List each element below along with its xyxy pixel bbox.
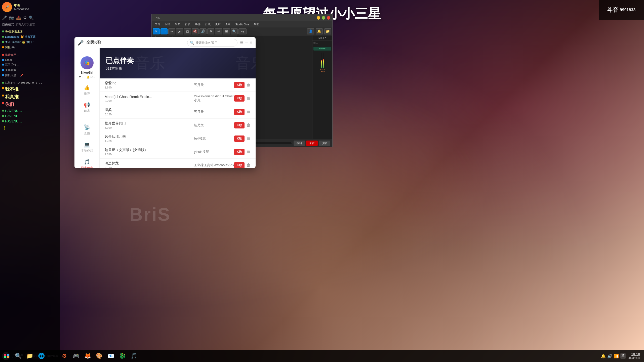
table-row[interactable]: Mood(Lil Ghost RemixExplic... 2.29M 24kG…	[100, 92, 256, 105]
transport-record-btn[interactable]: 录音	[306, 141, 318, 146]
sidebar-item-live[interactable]: 📡 直播	[74, 122, 99, 138]
settings-icon[interactable]: ⚙	[23, 15, 27, 20]
tool-zoom[interactable]: 🔍	[231, 28, 238, 34]
tool-iq[interactable]: IQ	[238, 28, 247, 34]
share-icon[interactable]: 📤	[16, 15, 21, 20]
tool-move[interactable]: ✥	[207, 28, 214, 34]
sidebar-item-activity[interactable]: 📢 动态	[74, 99, 99, 116]
tool-listen[interactable]: 🔊	[199, 28, 207, 34]
delete-button-1[interactable]: 🗑	[247, 83, 251, 87]
search-input[interactable]	[196, 41, 235, 44]
daw-window-controls[interactable]	[317, 16, 330, 20]
k-button-7[interactable]: K歌	[234, 162, 245, 168]
taskbar-mail[interactable]: 📧	[105, 350, 116, 361]
tool-select[interactable]: ▭	[160, 28, 168, 34]
menu-audio[interactable]: 音频	[203, 22, 213, 27]
menu-icon[interactable]: ☰	[240, 40, 244, 45]
transport-buttons[interactable]: 编辑 录音 演唱	[294, 141, 330, 146]
menu-file[interactable]: 文件	[153, 22, 162, 27]
minimize-button[interactable]	[317, 16, 320, 20]
table-row[interactable]: 恋爱ing 1.99M 五月天 K歌 🗑	[100, 78, 256, 92]
delete-button-6[interactable]: 🗑	[247, 150, 251, 154]
menu-song[interactable]: 乐曲	[173, 22, 182, 27]
taskbar-search[interactable]: 🔍	[13, 350, 24, 361]
song-actions-6[interactable]: K歌 🗑	[234, 149, 251, 155]
tool-user[interactable]: 👤	[307, 28, 314, 34]
taskbar-settings-app[interactable]: ⚙	[59, 350, 70, 361]
karaoke-window-controls[interactable]: ☰ ─ ✕	[240, 40, 253, 45]
chat-filter[interactable]: 自由模式 所有人可以发言	[0, 21, 60, 28]
table-row[interactable]: 海边探戈 2.17M 王鹤棣王兆铭WatchMeVPS K歌 🗑	[100, 159, 256, 168]
transport-edit-btn[interactable]: 编辑	[294, 141, 305, 146]
k-button-4[interactable]: K歌	[234, 122, 245, 128]
table-row[interactable]: 如果距（女声版）(女声版) 2.59M yihuik汉慧 K歌 🗑	[100, 145, 256, 159]
volume-icon[interactable]: 🔊	[607, 354, 612, 358]
limiter-plugin[interactable]: Limiter	[313, 47, 331, 51]
menu-help[interactable]: 帮助	[252, 22, 261, 27]
tool-brush[interactable]: 🖌	[176, 28, 183, 34]
menu-view[interactable]: 查看	[223, 22, 233, 27]
song-actions-7[interactable]: K歌 🗑	[234, 162, 251, 168]
k-button-1[interactable]: K歌	[234, 82, 245, 88]
close-icon[interactable]: ✕	[249, 40, 253, 45]
notification-icon[interactable]: 🔔	[601, 354, 606, 358]
minimize-icon[interactable]: ─	[245, 40, 248, 45]
close-button[interactable]	[327, 16, 330, 20]
keyboard-icon[interactable]: 英	[620, 353, 626, 359]
table-row[interactable]: 推开世界的门 3.09M 杨乃文 K歌 🗑	[100, 119, 256, 132]
menu-transport[interactable]: 走带	[213, 22, 223, 27]
table-row[interactable]: 风是从那儿来 1.78M bell铃惠 K歌 🗑	[100, 132, 256, 145]
tool-arrow[interactable]: ↖	[153, 28, 160, 34]
mic-icon[interactable]: 🎤	[2, 15, 7, 20]
sidebar-item-queued[interactable]: 🎵 已点伴奏	[74, 156, 99, 168]
taskbar-explorer[interactable]: 📁	[24, 350, 35, 361]
sidebar-item-local[interactable]: 💻 本地作品	[74, 139, 99, 155]
k-button-3[interactable]: K歌	[234, 109, 245, 115]
taskbar-paint[interactable]: 🎨	[94, 350, 105, 361]
taskbar-clock[interactable]: 18:18 2023/8/30	[628, 352, 640, 359]
search-chat-icon[interactable]: 🔍	[29, 15, 34, 20]
song-actions-4[interactable]: K歌 🗑	[234, 122, 251, 128]
delete-button-7[interactable]: 🗑	[247, 163, 251, 167]
table-row[interactable]: 温柔 3.13M 五月天 K歌 🗑	[100, 105, 256, 119]
delete-button-2[interactable]: 🗑	[247, 96, 251, 101]
taskbar-game2[interactable]: 🐉	[117, 350, 128, 361]
menu-edit[interactable]: 编辑	[163, 22, 172, 27]
system-icons[interactable]: 🔔 🔊 📶 英	[601, 353, 626, 359]
tool-folder[interactable]: 📁	[324, 28, 331, 34]
song-actions-3[interactable]: K歌 🗑	[234, 109, 251, 115]
song-actions-2[interactable]: K歌 🗑	[234, 95, 251, 102]
song-actions-5[interactable]: K歌 🗑	[234, 135, 251, 142]
delete-button-4[interactable]: 🗑	[247, 123, 251, 127]
daw-menubar[interactable]: 文件 编辑 乐曲 音轨 事件 音频 走带 查看 Studio One 帮助	[152, 21, 332, 27]
restore-button[interactable]	[322, 16, 325, 20]
chat-panel-icons[interactable]: 🎤 📷 📤 ⚙ 🔍	[0, 14, 60, 21]
k-button-5[interactable]: K歌	[234, 135, 245, 142]
k-button-2[interactable]: K歌	[234, 95, 245, 102]
taskbar-firefox[interactable]: 🦊	[82, 350, 93, 361]
start-button[interactable]	[1, 350, 12, 361]
tool-mute[interactable]: 🔇	[192, 28, 199, 34]
taskbar-game[interactable]: 🎮	[70, 350, 82, 361]
song-actions-1[interactable]: K歌 🗑	[234, 82, 251, 88]
delete-button-5[interactable]: 🗑	[247, 136, 251, 141]
network-icon[interactable]: 📶	[614, 354, 619, 358]
tool-bell[interactable]: 🔔	[316, 28, 323, 34]
menu-track[interactable]: 音轨	[183, 22, 192, 27]
camera-icon[interactable]: 📷	[9, 15, 14, 20]
taskbar-files[interactable]: 🗂	[47, 350, 58, 361]
tool-loop[interactable]: ↩	[215, 28, 222, 34]
menu-event[interactable]: 事件	[193, 22, 203, 27]
transport-play-btn[interactable]: 演唱	[319, 141, 330, 146]
daw-toolbar[interactable]: ↖ ▭ ✏ 🖌 ◻ 🔇 🔊 ✥ ↩ ⊞ 🔍 IQ 👤 🔔 📁	[152, 27, 332, 35]
taskbar-app2[interactable]: 🎵	[128, 350, 139, 361]
taskbar-browser[interactable]: 🌐	[36, 350, 47, 361]
k-button-6[interactable]: K歌	[234, 149, 245, 155]
tool-pencil[interactable]: ✏	[168, 28, 175, 34]
delete-button-3[interactable]: 🗑	[247, 110, 251, 114]
tool-snap[interactable]: ⊞	[223, 28, 230, 34]
menu-studio-one[interactable]: Studio One	[233, 22, 251, 26]
tool-erase[interactable]: ◻	[184, 28, 191, 34]
karaoke-search-box[interactable]: 🔍	[187, 39, 237, 47]
sidebar-item-recommend[interactable]: 👍 推荐	[74, 82, 99, 98]
